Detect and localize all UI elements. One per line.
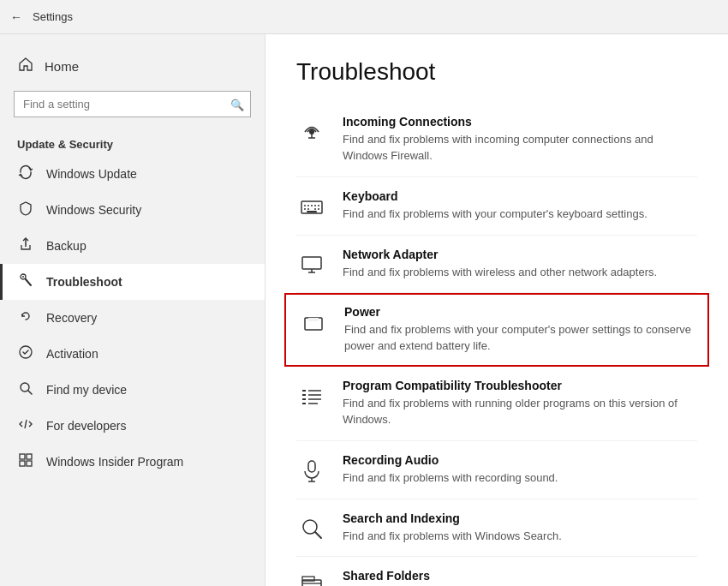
item-desc: Find and fix problems with your computer… <box>344 322 695 355</box>
find-icon <box>17 380 34 399</box>
main-container: Home 🔍 Update & Security Windows Update <box>0 34 728 586</box>
sidebar-item-label: Windows Security <box>46 203 141 217</box>
troubleshoot-item-program-compatibility[interactable]: Program Compatibility Troubleshooter Fin… <box>296 367 697 441</box>
item-desc: Find and fix problems with running older… <box>343 396 697 428</box>
sidebar-item-for-developers[interactable]: For developers <box>0 408 265 444</box>
sidebar-item-find-my-device[interactable]: Find my device <box>0 372 265 408</box>
troubleshoot-text: Keyboard Find and fix problems with your… <box>343 189 647 223</box>
home-icon <box>17 57 34 75</box>
item-title: Recording Audio <box>343 453 558 467</box>
content-area: Troubleshoot Incoming Connections Find a… <box>266 34 728 586</box>
sidebar-item-activation[interactable]: Activation <box>0 336 265 372</box>
page-title: Troubleshoot <box>296 58 697 86</box>
svg-rect-8 <box>20 454 25 459</box>
shield-icon <box>17 200 34 219</box>
back-button[interactable]: ← <box>10 10 22 24</box>
insider-icon <box>17 452 34 471</box>
item-desc: Find and fix problems with Windows Searc… <box>343 529 562 545</box>
troubleshoot-text: Recording Audio Find and fix problems wi… <box>343 453 558 487</box>
item-title: Incoming Connections <box>343 115 697 129</box>
sidebar-item-backup[interactable]: Backup <box>0 228 265 264</box>
sidebar-item-label: Activation <box>46 347 98 361</box>
sidebar-item-windows-update[interactable]: Windows Update <box>0 156 265 192</box>
sidebar-item-label: Windows Update <box>46 167 137 181</box>
sidebar-item-label: Windows Insider Program <box>46 455 183 469</box>
troubleshoot-text: Power Find and fix problems with your co… <box>344 305 695 355</box>
troubleshoot-text: Program Compatibility Troubleshooter Fin… <box>343 379 697 428</box>
tools-icon <box>17 272 34 291</box>
item-desc: Find and fix problems with incoming comp… <box>343 132 697 164</box>
sidebar-item-troubleshoot[interactable]: Troubleshoot <box>0 264 265 300</box>
troubleshoot-text: Shared Folders Find and fix problems wit… <box>343 569 697 586</box>
sidebar-item-windows-insider[interactable]: Windows Insider Program <box>0 444 265 480</box>
troubleshoot-item-shared-folders[interactable]: Shared Folders Find and fix problems wit… <box>296 557 697 586</box>
list-icon <box>296 380 327 411</box>
titlebar: ← Settings <box>0 0 728 34</box>
search-box: 🔍 <box>14 91 251 117</box>
svg-rect-32 <box>308 318 319 321</box>
sidebar-item-recovery[interactable]: Recovery <box>0 300 265 336</box>
item-desc: Find and fix problems with wireless and … <box>343 265 657 281</box>
sidebar-item-windows-security[interactable]: Windows Security <box>0 192 265 228</box>
sidebar-item-label: Find my device <box>46 383 127 397</box>
power-icon <box>298 307 329 338</box>
sidebar-item-home[interactable]: Home <box>0 48 265 84</box>
troubleshoot-item-recording-audio[interactable]: Recording Audio Find and fix problems wi… <box>296 441 697 499</box>
home-label: Home <box>45 59 79 74</box>
keyboard-icon <box>296 191 327 222</box>
sidebar-item-label: Backup <box>46 239 87 253</box>
search-input[interactable] <box>14 91 251 117</box>
troubleshoot-text: Search and Indexing Find and fix problem… <box>343 511 562 545</box>
sidebar: Home 🔍 Update & Security Windows Update <box>0 34 266 586</box>
svg-point-4 <box>20 346 32 358</box>
svg-rect-26 <box>302 257 321 269</box>
drive-icon <box>296 571 327 586</box>
svg-point-3 <box>22 276 24 278</box>
svg-line-7 <box>25 420 27 428</box>
item-title: Program Compatibility Troubleshooter <box>343 379 697 392</box>
svg-rect-11 <box>27 461 32 466</box>
svg-line-6 <box>28 391 32 394</box>
signal-icon <box>296 117 327 147</box>
developer-icon <box>17 416 34 435</box>
sidebar-section-title: Update & Security <box>0 131 265 156</box>
activation-icon <box>17 344 34 363</box>
troubleshoot-text: Network Adapter Find and fix problems wi… <box>343 248 657 281</box>
item-desc: Find and fix problems with recording sou… <box>343 470 558 487</box>
svg-line-2 <box>26 279 32 286</box>
sidebar-item-label: Recovery <box>46 311 97 325</box>
search-icon <box>296 513 327 544</box>
search-icon: 🔍 <box>230 98 244 111</box>
backup-icon <box>17 236 34 255</box>
troubleshoot-text: Incoming Connections Find and fix proble… <box>343 115 697 164</box>
titlebar-title: Settings <box>33 10 73 23</box>
troubleshoot-item-power[interactable]: Power Find and fix problems with your co… <box>284 293 709 367</box>
troubleshoot-item-keyboard[interactable]: Keyboard Find and fix problems with your… <box>296 177 697 236</box>
recovery-icon <box>17 308 34 327</box>
troubleshoot-item-incoming-connections[interactable]: Incoming Connections Find and fix proble… <box>296 103 697 177</box>
svg-line-45 <box>315 532 321 538</box>
sidebar-item-label: For developers <box>46 419 126 433</box>
refresh-icon <box>17 164 34 183</box>
item-title: Keyboard <box>343 189 647 203</box>
item-title: Network Adapter <box>343 248 657 261</box>
item-title: Search and Indexing <box>343 511 562 525</box>
item-title: Power <box>344 305 695 319</box>
item-desc: Find and fix problems with your computer… <box>343 206 647 223</box>
svg-rect-10 <box>20 461 25 466</box>
svg-rect-41 <box>308 461 315 472</box>
svg-rect-9 <box>27 454 32 459</box>
troubleshoot-item-network-adapter[interactable]: Network Adapter Find and fix problems wi… <box>296 236 697 294</box>
item-title: Shared Folders <box>343 569 697 583</box>
troubleshoot-item-search-indexing[interactable]: Search and Indexing Find and fix problem… <box>296 499 697 558</box>
monitor-icon <box>296 249 327 280</box>
sidebar-item-label: Troubleshoot <box>46 275 122 289</box>
microphone-icon <box>296 455 327 486</box>
